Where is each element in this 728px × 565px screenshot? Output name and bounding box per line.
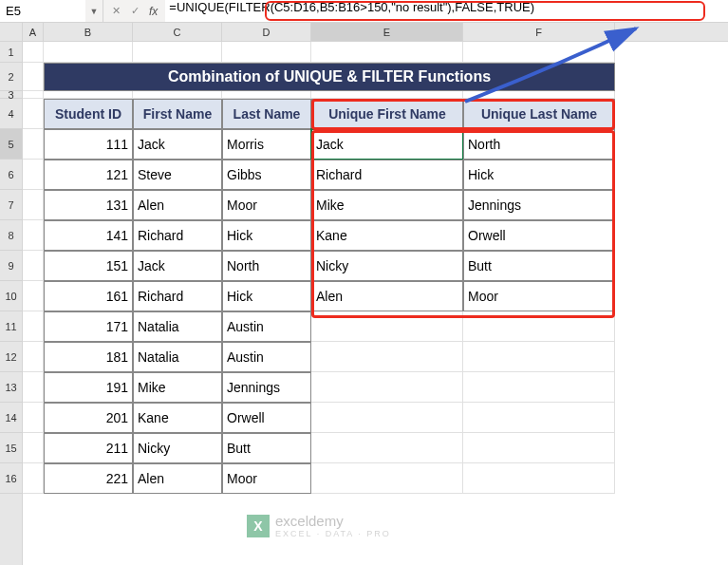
row-header-15[interactable]: 15: [0, 433, 22, 463]
cell-last[interactable]: Austin: [222, 342, 311, 372]
cell-A5[interactable]: [23, 129, 44, 160]
cell-first[interactable]: Alen: [133, 190, 222, 220]
cell-last[interactable]: Gibbs: [222, 160, 311, 190]
cell-A6[interactable]: [23, 160, 44, 190]
cell-F12[interactable]: [463, 342, 615, 372]
cell-unique-last[interactable]: Butt: [463, 251, 615, 281]
cell-F16[interactable]: [463, 463, 615, 494]
cell-last[interactable]: Orwell: [222, 403, 311, 433]
row-header-7[interactable]: 7: [0, 190, 22, 220]
cell-A15[interactable]: [23, 433, 44, 463]
row-header-12[interactable]: 12: [0, 342, 22, 372]
cell-E11[interactable]: [311, 311, 463, 342]
cell-A16[interactable]: [23, 463, 44, 494]
header-last-name[interactable]: Last Name: [222, 99, 311, 129]
cell-E14[interactable]: [311, 403, 463, 433]
cell-first[interactable]: Jack: [133, 251, 222, 281]
cell-first[interactable]: Alen: [133, 463, 222, 494]
cell-B3[interactable]: [44, 91, 133, 99]
header-unique-first[interactable]: Unique First Name: [311, 99, 463, 129]
cell-last[interactable]: Moor: [222, 463, 311, 494]
cell-last[interactable]: Morris: [222, 129, 311, 160]
cell-first[interactable]: Kane: [133, 403, 222, 433]
row-header-1[interactable]: 1: [0, 42, 22, 63]
col-header-B[interactable]: B: [44, 23, 133, 41]
row-header-16[interactable]: 16: [0, 463, 22, 494]
cell-first[interactable]: Natalia: [133, 342, 222, 372]
cell-A1[interactable]: [23, 42, 44, 63]
cell-id[interactable]: 221: [44, 463, 133, 494]
cell-A9[interactable]: [23, 251, 44, 281]
cell-first[interactable]: Steve: [133, 160, 222, 190]
cell-id[interactable]: 201: [44, 403, 133, 433]
cell-D1[interactable]: [222, 42, 311, 63]
cell-E16[interactable]: [311, 463, 463, 494]
row-header-11[interactable]: 11: [0, 311, 22, 342]
cell-A2[interactable]: [23, 63, 44, 91]
cell-A3[interactable]: [23, 91, 44, 99]
row-header-8[interactable]: 8: [0, 220, 22, 251]
col-header-C[interactable]: C: [133, 23, 222, 41]
cell-C3[interactable]: [133, 91, 222, 99]
title-cell[interactable]: Combination of UNIQUE & FILTER Functions: [44, 63, 615, 91]
cell-E3[interactable]: [311, 91, 463, 99]
accept-icon[interactable]: ✓: [126, 3, 143, 20]
name-box-dropdown[interactable]: ▼: [85, 7, 103, 16]
cell-unique-first[interactable]: Nicky: [311, 251, 463, 281]
cell-E12[interactable]: [311, 342, 463, 372]
cell-F3[interactable]: [463, 91, 615, 99]
cell-last[interactable]: North: [222, 251, 311, 281]
cell-D3[interactable]: [222, 91, 311, 99]
cell-unique-last[interactable]: Jennings: [463, 190, 615, 220]
cell-id[interactable]: 141: [44, 220, 133, 251]
cell-F13[interactable]: [463, 372, 615, 403]
cell-E1[interactable]: [311, 42, 463, 63]
cell-F15[interactable]: [463, 433, 615, 463]
col-header-D[interactable]: D: [222, 23, 311, 41]
col-header-A[interactable]: A: [23, 23, 44, 41]
name-box[interactable]: [0, 0, 85, 22]
row-header-10[interactable]: 10: [0, 281, 22, 311]
cell-unique-first[interactable]: Alen: [311, 281, 463, 311]
cell-unique-last[interactable]: Moor: [463, 281, 615, 311]
cell-id[interactable]: 161: [44, 281, 133, 311]
cell-A12[interactable]: [23, 342, 44, 372]
cell-unique-first[interactable]: Richard: [311, 160, 463, 190]
cell-first[interactable]: Richard: [133, 220, 222, 251]
cell-unique-first[interactable]: Mike: [311, 190, 463, 220]
cell-A10[interactable]: [23, 281, 44, 311]
fx-icon[interactable]: fx: [145, 5, 161, 18]
row-header-3[interactable]: 3: [0, 91, 22, 99]
cell-id[interactable]: 171: [44, 311, 133, 342]
row-header-6[interactable]: 6: [0, 160, 22, 190]
row-header-5[interactable]: 5: [0, 129, 22, 160]
cell-first[interactable]: Nicky: [133, 433, 222, 463]
cell-E15[interactable]: [311, 433, 463, 463]
cell-B1[interactable]: [44, 42, 133, 63]
cell-id[interactable]: 191: [44, 372, 133, 403]
cell-A13[interactable]: [23, 372, 44, 403]
cell-unique-last[interactable]: Hick: [463, 160, 615, 190]
cell-E13[interactable]: [311, 372, 463, 403]
cell-id[interactable]: 211: [44, 433, 133, 463]
cell-unique-first[interactable]: Jack: [311, 129, 463, 160]
row-header-2[interactable]: 2: [0, 63, 22, 91]
cell-A14[interactable]: [23, 403, 44, 433]
cell-last[interactable]: Hick: [222, 220, 311, 251]
cell-last[interactable]: Butt: [222, 433, 311, 463]
header-student-id[interactable]: Student ID: [44, 99, 133, 129]
cell-A8[interactable]: [23, 220, 44, 251]
cell-F1[interactable]: [463, 42, 615, 63]
col-header-F[interactable]: F: [463, 23, 615, 41]
cell-first[interactable]: Richard: [133, 281, 222, 311]
header-first-name[interactable]: First Name: [133, 99, 222, 129]
row-header-14[interactable]: 14: [0, 403, 22, 433]
cell-A4[interactable]: [23, 99, 44, 129]
cell-id[interactable]: 151: [44, 251, 133, 281]
cell-F11[interactable]: [463, 311, 615, 342]
cell-id[interactable]: 131: [44, 190, 133, 220]
cell-id[interactable]: 181: [44, 342, 133, 372]
row-header-9[interactable]: 9: [0, 251, 22, 281]
cell-id[interactable]: 121: [44, 160, 133, 190]
row-header-4[interactable]: 4: [0, 99, 22, 129]
